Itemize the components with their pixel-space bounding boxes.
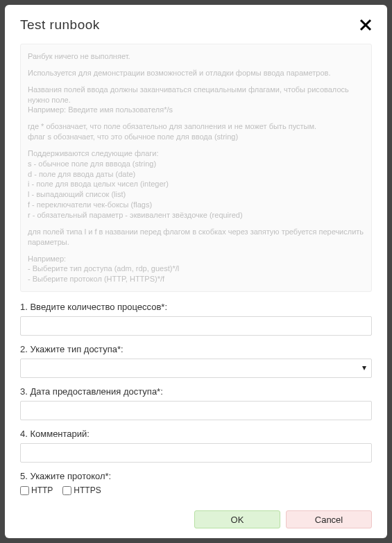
- process-count-input[interactable]: [20, 316, 372, 336]
- dialog: Test runbook Ранбук ничего не выполняет.…: [5, 5, 387, 538]
- field-label: 5. Укажите протокол*:: [20, 471, 372, 481]
- field-protocol: 5. Укажите протокол*: HTTP HTTPS: [20, 471, 372, 495]
- description-paragraph: Названия полей ввода должны заканчиватьс…: [28, 85, 364, 116]
- field-access-type: 2. Укажите тип доступа*:: [20, 344, 372, 378]
- field-label: 1. Введите количество процессов*:: [20, 302, 372, 312]
- form: 1. Введите количество процессов*: 2. Ука…: [20, 302, 372, 506]
- field-label: 4. Комментарий:: [20, 429, 372, 439]
- dialog-footer: OK Cancel: [20, 510, 372, 528]
- checkbox-label: HTTPS: [74, 485, 101, 495]
- description-paragraph: Используется для демонстрации возможност…: [28, 68, 364, 78]
- field-comment: 4. Комментарий:: [20, 429, 372, 463]
- select-wrap: [20, 359, 372, 378]
- description-paragraph: Ранбук ничего не выполняет.: [28, 51, 364, 62]
- dialog-title: Test runbook: [20, 17, 100, 33]
- description-paragraph: где * обозначает, что поле обязательно д…: [28, 121, 364, 142]
- http-checkbox[interactable]: [20, 486, 29, 495]
- ok-button[interactable]: OK: [194, 510, 280, 528]
- description-paragraph: для полей типа l и f в названии перед фл…: [28, 227, 364, 248]
- access-date-input[interactable]: [20, 401, 372, 420]
- cancel-button[interactable]: Cancel: [286, 510, 372, 528]
- close-button[interactable]: [359, 17, 372, 31]
- dialog-header: Test runbook: [20, 17, 372, 33]
- checkbox-item-http[interactable]: HTTP: [20, 485, 53, 495]
- description-paragraph: Например: - Выберите тип доступа (adm, r…: [28, 254, 364, 285]
- field-process-count: 1. Введите количество процессов*:: [20, 302, 372, 336]
- description-box: Ранбук ничего не выполняет. Используется…: [20, 44, 372, 292]
- https-checkbox[interactable]: [62, 486, 71, 495]
- checkbox-item-https[interactable]: HTTPS: [62, 485, 101, 495]
- comment-input[interactable]: [20, 443, 372, 463]
- checkbox-label: HTTP: [31, 485, 53, 495]
- field-access-date: 3. Дата предоставления доступа*:: [20, 386, 372, 420]
- field-label: 2. Укажите тип доступа*:: [20, 344, 372, 354]
- checkbox-row: HTTP HTTPS: [20, 485, 372, 495]
- description-paragraph: Поддерживаются следующие флаги: s - обыч…: [28, 148, 364, 221]
- field-label: 3. Дата предоставления доступа*:: [20, 386, 372, 397]
- access-type-select[interactable]: [20, 359, 372, 378]
- close-icon: [359, 19, 372, 31]
